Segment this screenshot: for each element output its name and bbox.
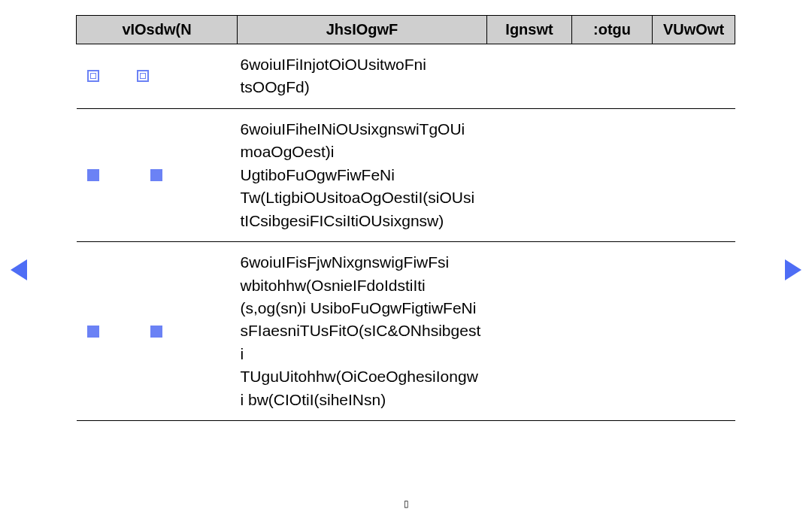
checkbox-pair <box>80 70 232 82</box>
checkbox-icon[interactable] <box>150 326 162 338</box>
checkbox-pair <box>80 169 232 181</box>
page-footer-glyph: ▯ <box>404 498 409 509</box>
data-table-container: vIOsdw(N JhsIOgwF Ignswt :otgu VUwOwt 6w <box>76 15 735 421</box>
checkbox-icon[interactable] <box>87 70 99 82</box>
row-description: 6woiuIFiInjotOiOUsitwoFni tsOOgFd) <box>241 53 481 99</box>
row-description: 6woiuIFiheINiOUsixgnswiTgOUi moaOgOest)i… <box>241 118 481 232</box>
prev-page-arrow[interactable] <box>11 259 27 280</box>
row-description: 6woiuIFisFjwNixgnswigFiwFsi wbitohhw(Osn… <box>241 251 481 411</box>
next-page-arrow[interactable] <box>785 259 801 280</box>
table-row: 6woiuIFisFjwNixgnswigFiwFsi wbitohhw(Osn… <box>77 242 735 421</box>
col-header-0: vIOsdw(N <box>77 16 238 44</box>
checkbox-icon[interactable] <box>150 169 162 181</box>
table-header-row: vIOsdw(N JhsIOgwF Ignswt :otgu VUwOwt <box>77 16 735 44</box>
col-header-2: Ignswt <box>487 16 572 44</box>
col-header-4: VUwOwt <box>653 16 735 44</box>
col-header-3: :otgu <box>572 16 653 44</box>
checkbox-icon[interactable] <box>87 326 99 338</box>
col-header-1: JhsIOgwF <box>238 16 487 44</box>
table-row: 6woiuIFiInjotOiOUsitwoFni tsOOgFd) <box>77 44 735 109</box>
checkbox-pair <box>80 326 232 338</box>
table-row: 6woiuIFiheINiOUsixgnswiTgOUi moaOgOest)i… <box>77 108 735 241</box>
checkbox-icon[interactable] <box>87 169 99 181</box>
data-table: vIOsdw(N JhsIOgwF Ignswt :otgu VUwOwt 6w <box>76 15 735 421</box>
checkbox-icon[interactable] <box>137 70 149 82</box>
